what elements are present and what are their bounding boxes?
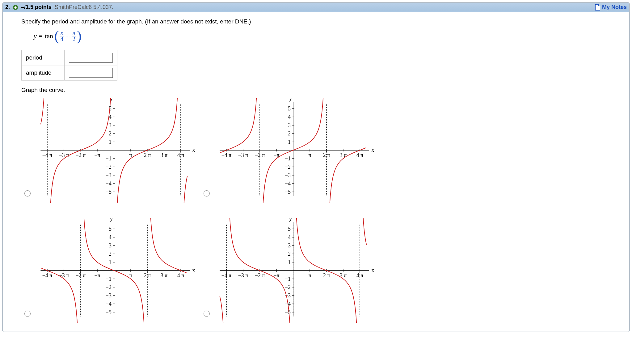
svg-text:5: 5 [288, 105, 291, 112]
svg-text:−3 π: −3 π [238, 272, 248, 279]
answer-table: period amplitude [21, 50, 117, 81]
svg-text:2 π: 2 π [323, 272, 330, 279]
graph-options: xy−4 π−3 π−2 π−ππ2 π3 π4 π−5−4−3−2−11234… [21, 98, 611, 323]
svg-text:−5: −5 [106, 189, 112, 195]
svg-text:3 π: 3 π [161, 152, 168, 158]
equation-lead: y = [34, 32, 43, 40]
svg-text:−3: −3 [106, 292, 112, 299]
svg-text:−2: −2 [285, 164, 291, 170]
svg-text:−1: −1 [285, 155, 291, 162]
svg-text:−3: −3 [106, 172, 112, 178]
question-container: 2. + –/1.5 points SmithPreCalc6 5.4.037.… [2, 2, 630, 332]
svg-text:1: 1 [288, 259, 291, 265]
svg-text:y: y [110, 218, 113, 222]
svg-text:−4: −4 [285, 180, 291, 187]
period-label: period [22, 50, 65, 65]
svg-text:x: x [372, 147, 374, 153]
svg-text:−3 π: −3 π [59, 272, 69, 279]
graph-option-1: xy−4 π−3 π−2 π−ππ2 π3 π4 π−5−4−3−2−11234… [34, 98, 200, 203]
svg-text:−2: −2 [285, 284, 291, 290]
svg-text:1: 1 [109, 139, 112, 145]
svg-text:−5: −5 [285, 309, 291, 315]
svg-text:4: 4 [109, 234, 112, 240]
svg-text:−4: −4 [106, 180, 112, 187]
svg-text:2: 2 [109, 130, 112, 137]
svg-text:−2 π: −2 π [76, 152, 86, 158]
equation-function: tan [45, 32, 53, 40]
svg-text:2: 2 [288, 130, 291, 137]
my-notes-label: My Notes [602, 4, 627, 10]
svg-text:2: 2 [288, 251, 291, 257]
my-notes-link[interactable]: My Notes [595, 4, 627, 10]
svg-text:x: x [192, 147, 195, 153]
svg-text:−4 π: −4 π [221, 152, 232, 158]
svg-text:3: 3 [288, 122, 291, 128]
paren-open: ( [54, 32, 59, 40]
svg-text:y: y [289, 98, 292, 101]
svg-text:4 π: 4 π [177, 272, 184, 279]
svg-text:−π: −π [94, 152, 100, 158]
svg-text:5: 5 [288, 226, 291, 232]
instruction-text: Specify the period and amplitude for the… [21, 18, 611, 25]
question-header: 2. + –/1.5 points SmithPreCalc6 5.4.037.… [3, 3, 629, 12]
graph-option-4: xy−4 π−3 π−2 π−ππ2 π3 π4 π−5−4−3−2−11234… [213, 218, 380, 323]
graph-option-4-radio[interactable] [204, 311, 210, 317]
svg-text:4: 4 [288, 114, 291, 120]
svg-text:x: x [372, 267, 374, 273]
svg-text:−π: −π [94, 272, 100, 279]
svg-text:−1: −1 [285, 276, 291, 282]
expand-icon[interactable]: + [13, 5, 18, 10]
question-number: 2. [5, 4, 10, 10]
svg-text:−1: −1 [106, 155, 112, 162]
graph-option-2: xy−4 π−3 π−2 π−ππ2 π3 π4 π−5−4−3−2−11234… [213, 98, 380, 203]
amplitude-input[interactable] [69, 68, 113, 78]
plus-sign: + [65, 32, 71, 40]
svg-text:3: 3 [109, 242, 112, 249]
equation: y = tan ( x 4 + π 2 ) [34, 30, 611, 43]
svg-text:π: π [308, 272, 311, 279]
graph-option-2-radio[interactable] [204, 190, 210, 196]
svg-text:−3 π: −3 π [59, 152, 69, 158]
points-label: –/1.5 points [21, 4, 52, 10]
svg-text:−2: −2 [106, 164, 112, 170]
notes-icon [595, 4, 600, 10]
svg-text:π: π [129, 152, 132, 158]
fraction-pi-over-2: π 2 [72, 30, 76, 43]
svg-text:1: 1 [288, 139, 291, 145]
svg-text:π: π [308, 152, 311, 158]
svg-text:5: 5 [109, 226, 112, 232]
svg-text:−5: −5 [106, 309, 112, 315]
graph-option-1-radio[interactable] [24, 190, 31, 196]
svg-text:3: 3 [288, 242, 291, 249]
svg-text:−1: −1 [106, 276, 112, 282]
fraction-x-over-4: x 4 [60, 30, 64, 43]
svg-text:3 π: 3 π [340, 272, 347, 279]
svg-text:3 π: 3 π [161, 272, 168, 279]
svg-text:−4: −4 [106, 301, 112, 307]
svg-text:2 π: 2 π [144, 152, 151, 158]
svg-text:−3: −3 [285, 172, 291, 178]
svg-text:−5: −5 [285, 189, 291, 195]
amplitude-label: amplitude [22, 65, 65, 80]
svg-text:1: 1 [109, 259, 112, 265]
svg-text:2: 2 [109, 251, 112, 257]
period-input[interactable] [69, 53, 113, 63]
source-reference: SmithPreCalc6 5.4.037. [55, 4, 113, 10]
svg-text:−2 π: −2 π [255, 272, 265, 279]
svg-text:π: π [129, 272, 132, 279]
paren-close: ) [77, 32, 82, 40]
graph-option-3-radio[interactable] [24, 311, 31, 317]
svg-text:4: 4 [288, 234, 291, 240]
svg-text:4 π: 4 π [356, 152, 364, 158]
question-body: Specify the period and amplitude for the… [3, 12, 629, 332]
graph-option-3: xy−4 π−3 π−2 π−ππ2 π3 π4 π−5−4−3−2−11234… [34, 218, 200, 323]
svg-text:−4 π: −4 π [42, 272, 53, 279]
svg-text:3: 3 [109, 122, 112, 128]
svg-text:y: y [289, 218, 292, 222]
svg-text:−3 π: −3 π [238, 152, 248, 158]
svg-text:−2: −2 [106, 284, 112, 290]
graph-instruction: Graph the curve. [21, 87, 611, 93]
svg-text:3 π: 3 π [340, 152, 347, 158]
svg-text:x: x [192, 267, 195, 273]
